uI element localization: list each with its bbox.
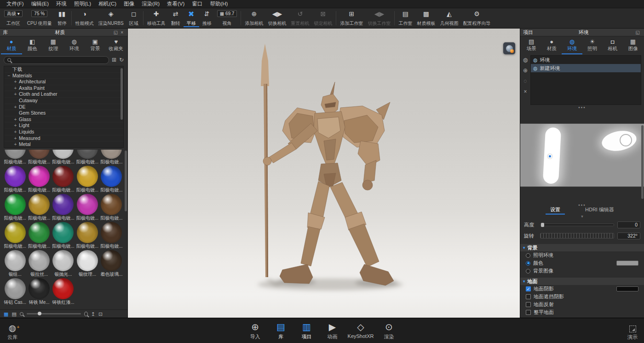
environment-tool-icon[interactable]: ×: [523, 88, 527, 95]
tree-expander-icon[interactable]: −: [7, 73, 11, 79]
bottom-toolbar-button[interactable]: ▤ 库: [270, 321, 292, 340]
toolbar-button[interactable]: ◈ 渲染NURBS: [96, 9, 126, 27]
library-tab[interactable]: ◍ 环境: [64, 38, 85, 54]
menu-item[interactable]: 相机(C): [95, 0, 120, 8]
toolbar-button[interactable]: [336, 11, 336, 25]
toolbar-button-field[interactable]: 高级 ▾: [4, 10, 23, 17]
tree-expander-icon[interactable]: +: [13, 116, 17, 122]
material-item[interactable]: 阳极电镀...: [4, 194, 26, 221]
material-item[interactable]: 阳极电镀...: [4, 166, 26, 193]
tree-expander-icon[interactable]: +: [13, 79, 17, 85]
material-item[interactable]: 阳极电镀...: [28, 194, 50, 221]
material-item[interactable]: 阳极电镀...: [28, 166, 50, 193]
material-item[interactable]: 阳极电镀...: [4, 222, 26, 249]
thumbnail-size-slider[interactable]: [27, 313, 81, 314]
color-swatch[interactable]: [616, 261, 638, 266]
cloud-library-badge[interactable]: [503, 42, 515, 54]
material-item[interactable]: 阳极电镀...: [52, 222, 75, 249]
toolbar-button[interactable]: ◀▶ 切换工作室: [365, 9, 393, 27]
search-box[interactable]: [4, 56, 109, 64]
presentation-button[interactable]: 演示: [627, 326, 638, 341]
toolbar-button[interactable]: ▮▮ 暂停: [54, 9, 70, 27]
material-item[interactable]: 着色玻璃...: [100, 250, 123, 277]
toolbar-button[interactable]: ⊕ 添加相机: [242, 9, 265, 27]
upload-icon[interactable]: ↥: [91, 310, 95, 318]
float-panel-icon[interactable]: ◱: [634, 30, 641, 35]
height-value[interactable]: 0: [617, 221, 640, 228]
toolbar-button[interactable]: [241, 11, 241, 25]
menu-item[interactable]: 查看(V): [163, 0, 188, 8]
bottom-toolbar-button[interactable]: ▶ 动画: [322, 321, 343, 340]
material-item[interactable]: 阳极电镀...: [52, 166, 75, 193]
toolbar-button[interactable]: ◻ 区域: [126, 9, 142, 27]
toolbar-button[interactable]: ▦ 69.7 视角: [215, 9, 240, 27]
list-view-icon[interactable]: ▤: [12, 310, 16, 318]
grid-view-icon[interactable]: ▦: [4, 310, 8, 318]
toolbar-button[interactable]: ◭ 几何视图: [437, 9, 460, 27]
ground-section-header[interactable]: ▾ 地面: [520, 278, 644, 285]
menu-item[interactable]: 帮助(H): [206, 0, 231, 8]
tree-expander-icon[interactable]: +: [13, 129, 17, 135]
material-item[interactable]: 铸铁红漆...: [52, 278, 75, 305]
hdri-light-pin[interactable]: [543, 127, 561, 184]
menu-item[interactable]: 照明(L): [70, 0, 95, 8]
tree-expander-icon[interactable]: +: [13, 135, 17, 141]
toolbar-button[interactable]: [394, 11, 395, 25]
material-item[interactable]: 阳极电镀...: [52, 150, 75, 165]
material-item[interactable]: 阳极电镀...: [76, 194, 98, 221]
environment-list-item[interactable]: ◍ 环境: [531, 56, 641, 64]
tree-expander-icon[interactable]: +: [13, 122, 17, 128]
checkbox[interactable]: ✓: [526, 294, 531, 299]
toolbar-button[interactable]: ◀▶ 切换相机: [265, 9, 288, 27]
tree-item[interactable]: Gem Stones: [4, 110, 123, 116]
tree-expander-icon[interactable]: [13, 110, 17, 116]
material-item[interactable]: 阳极电镀...: [28, 222, 50, 249]
material-item[interactable]: 铸铁 Me...: [28, 278, 50, 305]
material-item[interactable]: 阳极电镀...: [100, 150, 123, 165]
radio-button[interactable]: [526, 253, 530, 258]
tree-expander-icon[interactable]: +: [13, 91, 17, 97]
slider-knob[interactable]: [38, 312, 41, 315]
material-item[interactable]: 银纹理...: [76, 250, 98, 277]
float-panel-icon[interactable]: ◱: [112, 30, 119, 35]
library-tab[interactable]: ● 材质: [1, 38, 22, 54]
material-item[interactable]: 银抛光...: [52, 250, 75, 277]
search-input[interactable]: [13, 57, 105, 63]
toolbar-button-field[interactable]: ▦ 69.7: [217, 10, 237, 17]
material-item[interactable]: 阳极电镀...: [76, 150, 98, 165]
tree-item[interactable]: + Metal: [4, 141, 123, 148]
tree-item[interactable]: + Axalta Paint: [4, 85, 123, 92]
tree-expander-icon[interactable]: +: [13, 141, 17, 147]
material-item[interactable]: 阳极电镀...: [28, 150, 50, 165]
radio-button[interactable]: [526, 261, 530, 266]
tree-item[interactable]: Cutaway: [4, 98, 123, 104]
material-item[interactable]: 阳极电镀...: [76, 222, 98, 249]
library-tab[interactable]: ◧ 颜色: [22, 38, 43, 54]
tree-item[interactable]: + Measured: [4, 135, 123, 142]
checkbox[interactable]: ✓: [526, 302, 531, 307]
environment-tool-icon[interactable]: ◍: [523, 57, 528, 63]
add-folder-icon[interactable]: ⊞: [112, 57, 116, 63]
toolbar-button[interactable]: ◑ 性能模式: [73, 9, 96, 27]
tree-item[interactable]: + Cloth and Leather: [4, 91, 123, 98]
material-item[interactable]: 阳极电镀...: [100, 194, 123, 221]
background-section-header[interactable]: ▾ 背景: [520, 244, 644, 251]
library-tab[interactable]: ▦ 纹理: [43, 38, 64, 54]
tree-scrollbar[interactable]: [121, 68, 123, 120]
hdri-preview[interactable]: [520, 123, 644, 187]
refresh-icon[interactable]: ↻: [119, 57, 124, 63]
environment-list-item[interactable]: ◍ 新建环境: [531, 64, 641, 72]
tree-expander-icon[interactable]: +: [13, 104, 17, 110]
toolbar-button[interactable]: ⚙ 配置程序向导: [460, 9, 493, 27]
tree-item[interactable]: + Liquids: [4, 129, 123, 135]
tree-item[interactable]: + Glass: [4, 116, 123, 123]
bottom-toolbar-button[interactable]: ⊙ 渲染: [378, 321, 399, 340]
collapse-arrow-icon[interactable]: ▾: [520, 215, 644, 219]
cloud-library-button[interactable]: ◍ + 云库: [7, 323, 17, 341]
height-slider-knob[interactable]: [541, 223, 544, 227]
toolbar-button-field[interactable]: 75 %: [31, 10, 47, 17]
close-panel-icon[interactable]: ×: [119, 30, 125, 35]
toolbar-button[interactable]: [143, 11, 144, 25]
bottom-toolbar-button[interactable]: ⊕ 导入: [245, 321, 266, 340]
project-scrollbar[interactable]: [641, 125, 644, 199]
